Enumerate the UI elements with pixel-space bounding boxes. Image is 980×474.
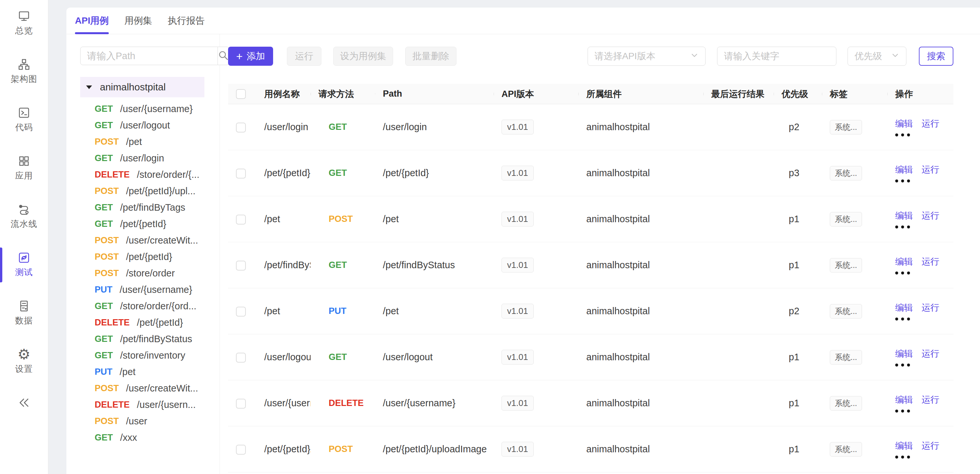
tree-item[interactable]: POST /user/createWit... — [80, 232, 220, 248]
api-version-placeholder: 请选择API版本 — [595, 50, 655, 62]
tree-item[interactable]: POST /pet/{petId} — [80, 248, 220, 265]
sidebar-item-collapse[interactable] — [0, 396, 48, 410]
run-link[interactable]: 运行 — [921, 210, 939, 221]
cell-tag: 系统... — [822, 212, 887, 226]
set-suite-button[interactable]: 设为用例集 — [333, 47, 393, 66]
tree-item[interactable]: GET /xxx — [80, 429, 220, 446]
search-button[interactable]: 搜索 — [919, 47, 953, 66]
table-row: /pet/{petId} GET /pet/{petId} v1.01 anim… — [228, 150, 953, 196]
run-link[interactable]: 运行 — [921, 118, 939, 129]
tree-item[interactable]: POST /user/createWit... — [80, 380, 220, 396]
row-checkbox[interactable] — [236, 307, 246, 317]
tree-item[interactable]: GET /store/order/{ord... — [80, 298, 220, 314]
pipeline-icon — [17, 202, 31, 216]
add-case-button[interactable]: + 添加 — [228, 47, 273, 66]
run-button[interactable]: 运行 — [287, 47, 321, 66]
row-checkbox[interactable] — [236, 261, 246, 270]
sidebar-item-架构图[interactable]: 架构图 — [0, 57, 48, 85]
row-checkbox[interactable] — [236, 399, 246, 409]
more-actions-icon[interactable] — [895, 179, 953, 183]
sidebar-item-设置[interactable]: ⚙ 设置 — [0, 347, 48, 375]
more-actions-icon[interactable] — [895, 133, 953, 137]
keyword-input[interactable] — [717, 47, 836, 66]
select-all-checkbox[interactable] — [236, 89, 246, 99]
tree-item-method: DELETE — [95, 400, 130, 410]
tab-执行报告[interactable]: 执行报告 — [168, 8, 205, 34]
tree-item[interactable]: POST /pet — [80, 134, 220, 150]
run-link[interactable]: 运行 — [921, 394, 939, 406]
edit-link[interactable]: 编辑 — [895, 164, 913, 175]
row-checkbox[interactable] — [236, 353, 246, 363]
cell-api-version: v1.01 — [494, 165, 578, 180]
path-search-input[interactable] — [80, 47, 218, 65]
cell-tag: 系统... — [822, 350, 887, 364]
sidebar-item-流水线[interactable]: 流水线 — [0, 202, 48, 230]
row-checkbox[interactable] — [236, 445, 246, 455]
cell-path: /user/login — [375, 122, 494, 132]
tree-item[interactable]: POST /user — [80, 413, 220, 429]
tree-item[interactable]: PUT /user/{username} — [80, 282, 220, 298]
tree-item[interactable]: GET /store/inventory — [80, 347, 220, 364]
more-actions-icon[interactable] — [895, 225, 953, 229]
more-actions-icon[interactable] — [895, 409, 953, 412]
tree-item[interactable]: PUT /pet — [80, 364, 220, 380]
content-body: animalhostpital GET /user/{username} GET… — [66, 34, 980, 474]
sidebar-item-测试[interactable]: 测试 — [0, 251, 48, 278]
cell-component: animalhostpital — [578, 398, 703, 409]
edit-link[interactable]: 编辑 — [895, 394, 913, 406]
sidebar-item-数据[interactable]: 数据 — [0, 299, 48, 326]
edit-link[interactable]: 编辑 — [895, 118, 913, 129]
tree-item[interactable]: GET /pet/findByTags — [80, 199, 220, 216]
edit-link[interactable]: 编辑 — [895, 440, 913, 452]
tag-chip[interactable]: 系统... — [830, 396, 862, 410]
more-actions-icon[interactable] — [895, 455, 953, 458]
batch-delete-button[interactable]: 批量删除 — [405, 47, 457, 66]
tab-用例集[interactable]: 用例集 — [124, 8, 152, 34]
priority-select[interactable]: 优先级 — [848, 47, 906, 66]
run-link[interactable]: 运行 — [921, 164, 939, 175]
edit-link[interactable]: 编辑 — [895, 256, 913, 267]
run-link[interactable]: 运行 — [921, 256, 939, 267]
tag-chip[interactable]: 系统... — [830, 350, 862, 364]
tag-chip[interactable]: 系统... — [830, 166, 862, 180]
tree-item[interactable]: DELETE /user/{usern... — [80, 396, 220, 413]
tree-item-method: GET — [95, 219, 113, 229]
more-actions-icon[interactable] — [895, 317, 953, 320]
row-checkbox[interactable] — [236, 122, 246, 132]
tab-API用例[interactable]: API用例 — [75, 8, 109, 34]
tree-item[interactable]: DELETE /pet/{petId} — [80, 314, 220, 331]
tag-chip[interactable]: 系统... — [830, 442, 862, 457]
tree-item[interactable]: DELETE /store/order/{... — [80, 166, 220, 183]
sidebar-item-代码[interactable]: 代码 — [0, 106, 48, 133]
tree-item[interactable]: GET /user/logout — [80, 117, 220, 134]
edit-link[interactable]: 编辑 — [895, 302, 913, 313]
sidebar-item-应用[interactable]: 应用 — [0, 154, 48, 181]
edit-link[interactable]: 编辑 — [895, 210, 913, 221]
edit-link[interactable]: 编辑 — [895, 348, 913, 359]
tree-item[interactable]: POST /pet/{petId}/upl... — [80, 183, 220, 199]
tree-item-method: GET — [95, 334, 113, 344]
more-actions-icon[interactable] — [895, 363, 953, 366]
sidebar-item-总览[interactable]: 总览 — [0, 9, 48, 37]
run-link[interactable]: 运行 — [921, 302, 939, 313]
tree-item[interactable]: GET /user/login — [80, 150, 220, 166]
tag-chip[interactable]: 系统... — [830, 258, 862, 272]
row-checkbox[interactable] — [236, 215, 246, 224]
run-link[interactable]: 运行 — [921, 440, 939, 452]
row-checkbox[interactable] — [236, 169, 246, 178]
column-header-用例名称: 用例名称 — [256, 88, 310, 100]
tag-chip[interactable]: 系统... — [830, 120, 862, 134]
tree-item[interactable]: GET /pet/{petId} — [80, 216, 220, 232]
tree-item[interactable]: GET /pet/findByStatus — [80, 331, 220, 347]
table-row: /pet/findBySt... GET /pet/findByStatus v… — [228, 242, 953, 288]
sidebar-item-label: 代码 — [15, 122, 33, 133]
tree-item[interactable]: POST /store/order — [80, 265, 220, 282]
more-actions-icon[interactable] — [895, 271, 953, 275]
tree-item[interactable]: GET /user/{username} — [80, 100, 220, 117]
api-version-select[interactable]: 请选择API版本 — [588, 47, 706, 66]
tree-root-node[interactable]: animalhostpital — [80, 77, 204, 97]
tag-chip[interactable]: 系统... — [830, 304, 862, 318]
run-link[interactable]: 运行 — [921, 348, 939, 359]
row-checkbox-cell — [228, 398, 256, 409]
tag-chip[interactable]: 系统... — [830, 212, 862, 226]
